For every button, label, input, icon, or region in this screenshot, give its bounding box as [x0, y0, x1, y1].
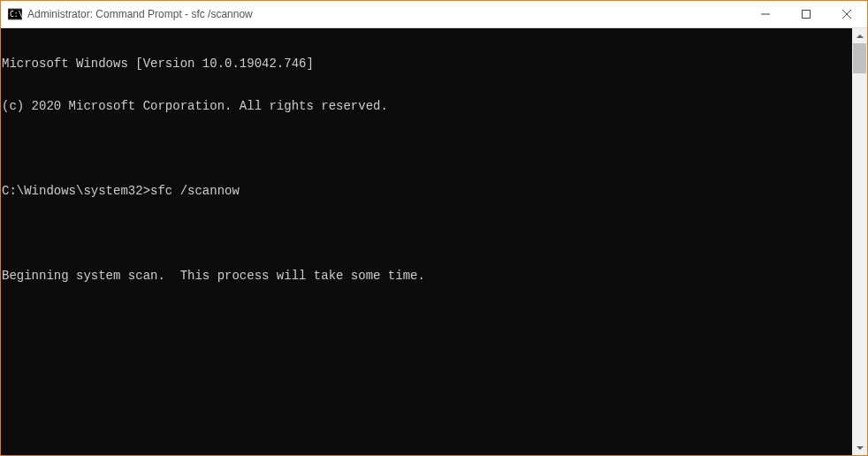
scrollbar-thumb[interactable]: [853, 43, 866, 73]
maximize-button[interactable]: [786, 1, 826, 27]
svg-text:C:\: C:\: [10, 11, 22, 19]
window-title: Administrator: Command Prompt - sfc /sca…: [27, 8, 745, 20]
console-line: Microsoft Windows [Version 10.0.19042.74…: [2, 57, 852, 71]
console-line: [2, 226, 852, 240]
console-output[interactable]: Microsoft Windows [Version 10.0.19042.74…: [1, 28, 852, 455]
console-area: Microsoft Windows [Version 10.0.19042.74…: [1, 27, 867, 455]
svg-rect-3: [803, 11, 811, 19]
cmd-icon: C:\: [8, 7, 22, 21]
scrollbar-down-arrow[interactable]: [852, 440, 867, 455]
console-line: C:\Windows\system32>sfc /scannow: [2, 184, 852, 198]
titlebar[interactable]: C:\ Administrator: Command Prompt - sfc …: [1, 1, 867, 27]
close-button[interactable]: [826, 1, 867, 27]
console-line: [2, 311, 852, 325]
console-line: [2, 141, 852, 156]
minimize-button[interactable]: [745, 1, 786, 27]
console-line: Beginning system scan. This process will…: [2, 269, 852, 283]
scrollbar-up-arrow[interactable]: [852, 28, 867, 43]
vertical-scrollbar[interactable]: [852, 28, 867, 455]
console-line: (c) 2020 Microsoft Corporation. All righ…: [2, 99, 852, 113]
window-controls: [745, 1, 867, 27]
command-prompt-window: C:\ Administrator: Command Prompt - sfc …: [0, 0, 868, 456]
